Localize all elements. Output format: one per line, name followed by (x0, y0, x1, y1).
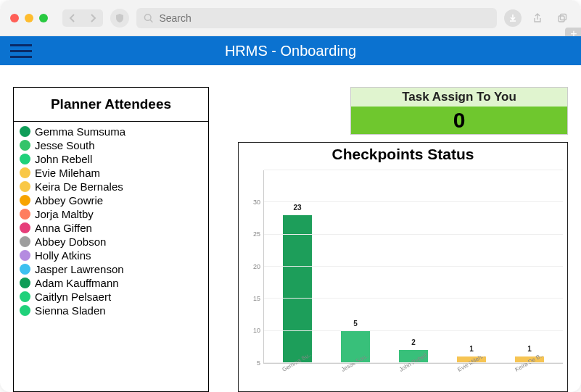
app-header: HRMS - Onboarding (0, 36, 581, 65)
minimize-window-button[interactable] (25, 14, 33, 22)
search-icon (144, 13, 153, 23)
bar-value-label: 2 (395, 338, 432, 346)
chart-bar: 5Jesse Sou.. (337, 331, 374, 363)
bar-value-label: 5 (337, 320, 374, 328)
gridline (264, 266, 563, 267)
chart-y-axis: 051015202530 (239, 166, 263, 391)
attendee-item[interactable]: Holly Atkins (17, 249, 205, 262)
chart-bar: 23Gemma Su.. (279, 215, 316, 363)
attendee-item[interactable]: Evie Mileham (17, 166, 205, 180)
attendee-color-dot (20, 154, 30, 164)
y-tick: 15 (253, 295, 260, 302)
attendee-item[interactable]: Anna Giffen (17, 221, 205, 235)
gridline (264, 362, 563, 363)
attendee-name: Jasper Lawrenson (35, 263, 124, 275)
attendee-item[interactable]: Jorja Maltby (17, 207, 205, 221)
attendee-item[interactable]: Abbey Dobson (17, 235, 205, 249)
attendee-color-dot (20, 140, 30, 151)
chevron-left-icon (69, 14, 76, 22)
attendee-name: Jesse South (35, 139, 95, 151)
attendee-color-dot (20, 264, 30, 275)
toolbar-right (504, 9, 571, 27)
bar-value-label: 1 (453, 345, 490, 353)
gridline (264, 330, 563, 331)
svg-line-1 (150, 20, 152, 22)
window-controls (10, 14, 48, 22)
tabs-icon (557, 13, 567, 23)
chevron-right-icon (89, 14, 96, 22)
reader-button[interactable] (110, 9, 129, 28)
gridline (264, 201, 563, 202)
svg-rect-2 (559, 16, 564, 22)
attendee-name: Anna Giffen (35, 222, 92, 234)
attendee-color-dot (20, 236, 30, 247)
attendee-item[interactable]: Keira De Bernales (17, 180, 205, 193)
attendee-color-dot (20, 222, 30, 233)
attendee-item[interactable]: Sienna Sladen (17, 304, 205, 317)
page-title: HRMS - Onboarding (0, 43, 581, 59)
y-tick: 30 (253, 199, 260, 206)
attendee-color-dot (20, 291, 30, 302)
svg-point-0 (144, 14, 151, 20)
task-count: 0 (351, 107, 567, 134)
attendee-name: Gemma Sumsuma (35, 125, 125, 138)
attendee-item[interactable]: John Rebell (17, 152, 205, 166)
attendee-name: Caitlyn Pelsaert (35, 291, 111, 303)
attendee-name: Adam Kauffmann (35, 277, 119, 289)
attendee-name: Evie Mileham (35, 167, 100, 179)
task-title: Task Assign To You (351, 88, 567, 107)
y-tick: 5 (257, 359, 260, 367)
right-panel: Task Assign To You 0 Checkpoints Status … (238, 87, 568, 392)
y-tick: 25 (253, 230, 260, 238)
back-button[interactable] (62, 9, 83, 27)
search-input[interactable] (159, 12, 490, 24)
menu-button[interactable] (6, 41, 36, 61)
forward-button[interactable] (83, 9, 103, 27)
share-icon (532, 13, 543, 23)
attendee-color-dot (20, 278, 30, 288)
planner-attendees-panel: Planner Attendees Gemma SumsumaJesse Sou… (13, 87, 209, 392)
attendee-name: Abbey Gowrie (35, 194, 103, 207)
checkpoints-title: Checkpoints Status (239, 143, 567, 166)
gridline (264, 234, 563, 235)
bar-value-label: 23 (279, 204, 316, 212)
download-icon (508, 14, 517, 22)
attendee-color-dot (20, 167, 30, 178)
gridline (264, 170, 563, 170)
downloads-button[interactable] (504, 9, 522, 27)
hamburger-icon (10, 44, 32, 46)
tabs-button[interactable] (553, 9, 571, 27)
browser-toolbar (0, 0, 581, 36)
gridline (264, 298, 563, 299)
attendee-item[interactable]: Jasper Lawrenson (17, 262, 205, 276)
attendee-color-dot (20, 195, 30, 206)
y-tick: 10 (253, 327, 260, 334)
attendee-color-dot (20, 126, 30, 137)
browser-window: + HRMS - Onboarding Planner Attendees Ge… (0, 0, 581, 392)
task-card: Task Assign To You 0 (350, 87, 568, 135)
bar-value-label: 1 (511, 345, 548, 353)
svg-rect-3 (561, 14, 566, 20)
close-window-button[interactable] (10, 14, 19, 22)
attendee-list[interactable]: Gemma SumsumaJesse SouthJohn RebellEvie … (14, 122, 208, 361)
attendee-name: John Rebell (35, 153, 92, 165)
attendee-item[interactable]: Abbey Gowrie (17, 193, 205, 207)
attendee-item[interactable]: Adam Kauffmann (17, 276, 205, 290)
attendee-item[interactable]: Gemma Sumsuma (17, 125, 205, 138)
attendee-color-dot (20, 181, 30, 192)
address-bar[interactable] (136, 8, 497, 28)
maximize-window-button[interactable] (39, 14, 48, 22)
attendee-name: Jorja Maltby (35, 208, 94, 220)
attendee-name: Keira De Bernales (35, 180, 123, 193)
chart-plot: 23Gemma Su..5Jesse Sou..2John Rebell1Evi… (263, 170, 563, 364)
chart-bar: 2John Rebell (395, 350, 432, 363)
attendee-color-dot (20, 209, 30, 220)
planner-attendees-title: Planner Attendees (14, 88, 208, 122)
bar-rect (283, 215, 312, 363)
attendee-color-dot (20, 250, 30, 261)
nav-back-forward (62, 9, 103, 27)
attendee-item[interactable]: Caitlyn Pelsaert (17, 290, 205, 304)
attendee-item[interactable]: Jesse South (17, 138, 205, 152)
shield-icon (115, 13, 125, 23)
share-button[interactable] (529, 9, 546, 27)
